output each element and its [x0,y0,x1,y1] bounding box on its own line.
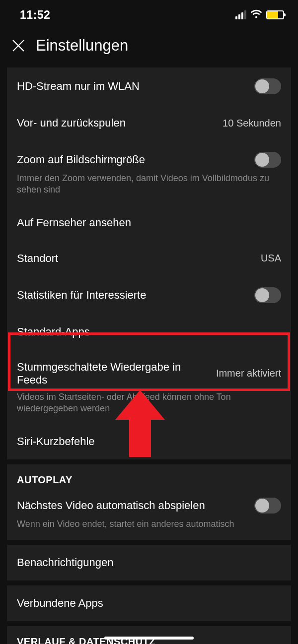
battery-icon [266,10,284,19]
row-hd-wlan[interactable]: HD-Stream nur im WLAN [7,67,291,105]
row-tv[interactable]: Auf Fernseher ansehen [7,205,291,241]
close-icon[interactable] [11,38,26,53]
row-stats[interactable]: Statistiken für Interessierte [7,276,291,314]
wifi-icon [250,9,262,21]
row-subtext: Wenn ein Video endet, startet ein andere… [17,518,239,530]
settings-group-autoplay: AUTOPLAY Nächstes Video automatisch absp… [7,464,291,540]
home-indicator[interactable] [104,637,194,640]
row-connected-apps[interactable]: Verbundene Apps [7,585,291,621]
row-value: USA [261,253,281,264]
row-zoom[interactable]: Zoom auf Bildschirmgröße Immer den Zoom … [7,141,291,205]
row-muted-feed[interactable]: Stummgeschaltete Wiedergabe in Feeds Imm… [7,350,291,424]
settings-group-general: HD-Stream nur im WLAN Vor- und zurückspu… [7,67,291,459]
row-default-apps[interactable]: Standard-Apps [7,314,291,350]
page-title: Einstellungen [36,37,128,55]
toggle-zoom[interactable] [254,152,281,168]
row-subtext: Immer den Zoom verwenden, damit Videos i… [17,173,281,196]
row-label: Nächstes Video automatisch abspielen [17,499,205,512]
row-value: 10 Sekunden [223,118,281,129]
settings-group-notifications: Benachrichtigungen [7,545,291,580]
status-icons [235,9,284,21]
row-label: Zoom auf Bildschirmgröße [17,153,145,166]
row-siri[interactable]: Siri-Kurzbefehle [7,424,291,459]
row-subtext: Videos im Startseiten- oder Abofeed könn… [17,391,281,415]
row-label: Stummgeschaltete Wiedergabe in Feeds [17,361,210,386]
row-label: Statistiken für Interessierte [17,289,146,302]
toggle-hd-wlan[interactable] [254,78,281,94]
cellular-signal-icon [235,10,246,19]
row-label: Siri-Kurzbefehle [17,435,95,448]
status-time: 11:52 [20,8,50,22]
row-value: Immer aktiviert [216,368,281,379]
row-label: Auf Fernseher ansehen [17,216,131,229]
row-location[interactable]: Standort USA [7,241,291,276]
row-label: Standard-Apps [17,325,90,338]
row-notifications[interactable]: Benachrichtigungen [7,545,291,580]
row-autoplay-next[interactable]: Nächstes Video automatisch abspielen Wen… [7,491,291,540]
status-bar: 11:52 [0,0,298,30]
row-label: Benachrichtigungen [17,556,113,569]
settings-group-history: VERLAUF & DATENSCHUTZ Wiedergabeverlauf … [7,626,291,644]
toggle-autoplay-next[interactable] [254,498,281,514]
row-skip[interactable]: Vor- und zurückspulen 10 Sekunden [7,105,291,141]
row-label: HD-Stream nur im WLAN [17,80,140,93]
settings-group-connected-apps: Verbundene Apps [7,585,291,621]
section-heading-history: VERLAUF & DATENSCHUTZ [7,626,291,644]
row-label: Verbundene Apps [17,597,103,610]
page-header: Einstellungen [0,30,298,67]
section-heading-autoplay: AUTOPLAY [7,464,291,491]
toggle-stats[interactable] [254,287,281,303]
row-label: Standort [17,252,58,265]
row-label: Vor- und zurückspulen [17,117,126,129]
